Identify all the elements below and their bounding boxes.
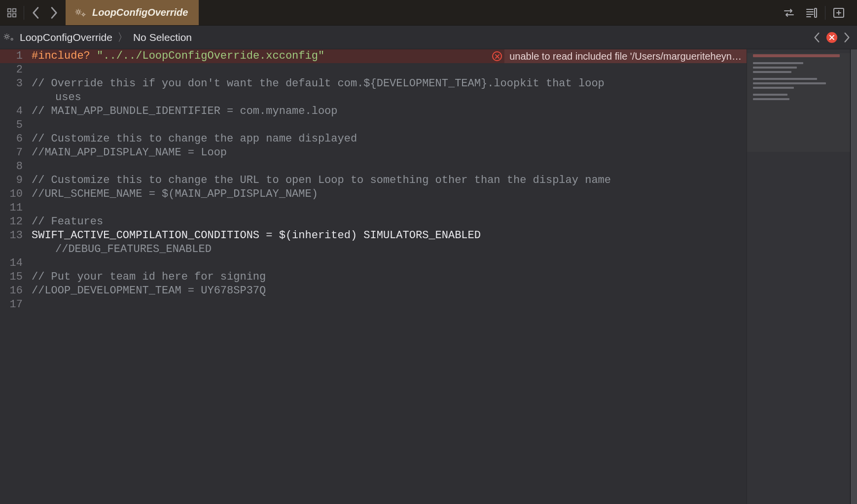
svg-rect-3 (13, 13, 16, 16)
code-line-wrap[interactable]: uses (0, 91, 747, 105)
code-area[interactable]: 1#include? "../../LoopConfigOverride.xcc… (0, 49, 747, 312)
code-line[interactable]: 3// Override this if you don't want the … (0, 77, 747, 91)
line-number: 11 (0, 201, 32, 215)
svg-line-10 (80, 13, 80, 14)
line-content[interactable]: SWIFT_ACTIVE_COMPILATION_CONDITIONS = $(… (32, 229, 747, 243)
svg-line-9 (76, 9, 76, 10)
code-line[interactable]: 10//URL_SCHEME_NAME = $(MAIN_APP_DISPLAY… (0, 187, 747, 201)
adjust-editor-button[interactable] (802, 4, 821, 22)
add-editor-button[interactable] (829, 4, 848, 22)
svg-rect-0 (8, 8, 11, 11)
gears-icon (3, 33, 16, 42)
svg-line-34 (8, 34, 9, 35)
svg-line-31 (4, 34, 5, 35)
chevron-left-icon (32, 6, 40, 19)
tab-title: LoopConfigOverride (92, 7, 188, 18)
line-number: 8 (0, 160, 32, 174)
inline-error-text: unable to read included file '/Users/mar… (504, 49, 747, 63)
line-number: 9 (0, 174, 32, 187)
nav-back-button[interactable] (27, 4, 45, 22)
line-number: 6 (0, 132, 32, 146)
line-content[interactable]: uses (32, 91, 747, 105)
code-line[interactable]: 11 (0, 201, 747, 215)
line-number: 2 (0, 63, 32, 77)
chevron-right-icon: 〉 (117, 30, 128, 45)
code-line[interactable]: 13SWIFT_ACTIVE_COMPILATION_CONDITIONS = … (0, 229, 747, 243)
svg-point-26 (5, 35, 8, 37)
line-content[interactable]: //DEBUG_FEATURES_ENABLED (32, 243, 747, 256)
line-content[interactable] (32, 298, 747, 312)
line-number: 5 (0, 118, 32, 132)
line-content[interactable] (32, 160, 747, 174)
svg-rect-2 (8, 13, 11, 16)
chevron-left-icon (814, 32, 821, 43)
line-number: 14 (0, 256, 32, 270)
code-line-wrap[interactable]: //DEBUG_FEATURES_ENABLED (0, 243, 747, 256)
svg-line-33 (4, 38, 5, 38)
nav-forward-button[interactable] (45, 4, 63, 22)
code-line[interactable]: 4// MAIN_APP_BUNDLE_IDENTIFIER = com.myn… (0, 105, 747, 118)
code-line[interactable]: 5 (0, 118, 747, 132)
code-line[interactable]: 14 (0, 256, 747, 270)
svg-point-4 (77, 10, 79, 13)
breadcrumb-bar: LoopConfigOverride 〉 No Selection (0, 26, 857, 49)
line-number: 7 (0, 146, 32, 160)
code-line[interactable]: 9// Customize this to change the URL to … (0, 174, 747, 187)
line-content[interactable]: // Features (32, 215, 747, 229)
code-editor[interactable]: 1#include? "../../LoopConfigOverride.xcc… (0, 49, 747, 504)
line-content[interactable] (32, 63, 747, 77)
swap-icon (783, 8, 795, 18)
line-content[interactable] (32, 118, 747, 132)
inline-error[interactable]: unable to read included file '/Users/mar… (490, 49, 747, 63)
vertical-scrollbar[interactable] (850, 49, 857, 504)
line-number: 13 (0, 229, 32, 243)
x-icon (829, 35, 834, 40)
issue-next-button[interactable] (841, 30, 852, 45)
breadcrumb-file[interactable]: LoopConfigOverride (20, 32, 112, 43)
line-content[interactable]: // Customize this to change the URL to o… (32, 174, 747, 187)
line-content[interactable]: //URL_SCHEME_NAME = $(MAIN_APP_DISPLAY_N… (32, 187, 747, 201)
code-line[interactable]: 12// Features (0, 215, 747, 229)
issue-prev-button[interactable] (812, 30, 822, 45)
toolbar-right (780, 4, 857, 22)
error-badge[interactable] (826, 32, 837, 43)
line-content[interactable]: // Override this if you don't want the d… (32, 77, 747, 91)
scrollbar-thumb[interactable] (851, 49, 857, 504)
toolbar-left: LoopConfigOverride (0, 0, 199, 25)
line-content[interactable]: // Put your team id here for signing (32, 270, 747, 284)
line-content[interactable]: //MAIN_APP_DISPLAY_NAME = Loop (32, 146, 747, 160)
editor-tab[interactable]: LoopConfigOverride (66, 0, 199, 25)
svg-rect-22 (815, 8, 817, 17)
code-line[interactable]: 2 (0, 63, 747, 77)
line-number: 16 (0, 284, 32, 298)
code-line[interactable]: 1#include? "../../LoopConfigOverride.xcc… (0, 49, 747, 63)
line-number (0, 91, 32, 105)
breadcrumb-right (812, 30, 852, 45)
divider (825, 6, 825, 20)
minimap[interactable] (747, 49, 850, 504)
line-content[interactable]: // Customize this to change the app name… (32, 132, 747, 146)
svg-line-12 (80, 9, 80, 10)
line-number: 12 (0, 215, 32, 229)
minimap-viewport[interactable] (747, 53, 850, 152)
code-line[interactable]: 17 (0, 298, 747, 312)
editor-container: 1#include? "../../LoopConfigOverride.xcc… (0, 49, 857, 504)
line-content[interactable]: #include? "../../LoopConfigOverride.xcco… (32, 49, 747, 63)
related-items-button[interactable] (0, 0, 24, 25)
code-review-icon (805, 7, 818, 18)
code-line[interactable]: 8 (0, 160, 747, 174)
line-content[interactable]: // MAIN_APP_BUNDLE_IDENTIFIER = com.myna… (32, 105, 747, 118)
line-content[interactable] (32, 201, 747, 215)
line-content[interactable] (32, 256, 747, 270)
code-line[interactable]: 6// Customize this to change the app nam… (0, 132, 747, 146)
line-content[interactable]: //LOOP_DEVELOPMENT_TEAM = UY678SP37Q (32, 284, 747, 298)
line-number: 15 (0, 270, 32, 284)
code-line[interactable]: 7//MAIN_APP_DISPLAY_NAME = Loop (0, 146, 747, 160)
svg-line-32 (8, 38, 9, 38)
editor-toolbar: LoopConfigOverride (0, 0, 857, 26)
breadcrumb-selection[interactable]: No Selection (133, 32, 192, 43)
code-line[interactable]: 15// Put your team id here for signing (0, 270, 747, 284)
code-line[interactable]: 16//LOOP_DEVELOPMENT_TEAM = UY678SP37Q (0, 284, 747, 298)
nav-arrows (24, 0, 66, 25)
swap-button[interactable] (780, 4, 798, 22)
